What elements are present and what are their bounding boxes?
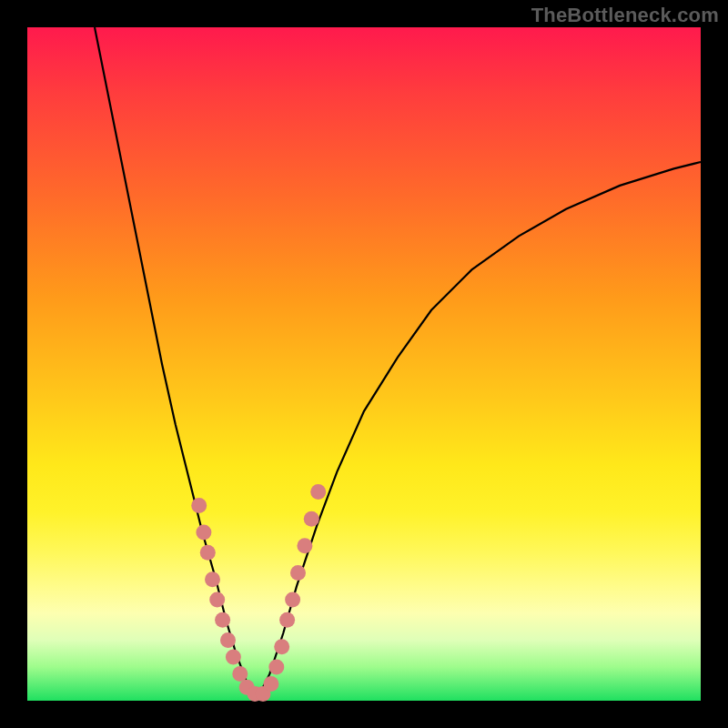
scatter-dot xyxy=(220,632,236,648)
scatter-dot xyxy=(279,612,295,628)
scatter-dot xyxy=(209,592,225,608)
scatter-dot xyxy=(268,660,284,675)
scatter-dot xyxy=(290,565,306,581)
watermark-text: TheBottleneck.com xyxy=(531,4,719,27)
curve-group xyxy=(95,27,701,701)
scatter-dot xyxy=(297,538,312,553)
scatter-dot xyxy=(263,676,278,692)
scatter-group xyxy=(191,484,326,702)
scatter-dot xyxy=(232,666,248,682)
scatter-dot xyxy=(205,571,220,587)
scatter-dot xyxy=(191,498,207,513)
scatter-dot xyxy=(274,639,289,654)
scatter-dot xyxy=(215,612,230,628)
scatter-dot xyxy=(285,592,300,608)
chart-frame: TheBottleneck.com xyxy=(0,0,728,728)
curve-right-branch xyxy=(257,162,701,701)
scatter-dot xyxy=(200,545,216,561)
scatter-dot xyxy=(226,649,241,664)
chart-overlay xyxy=(27,27,701,701)
curve-left-branch xyxy=(95,27,257,701)
scatter-dot xyxy=(196,525,211,541)
scatter-dot xyxy=(310,484,326,500)
scatter-dot xyxy=(304,511,319,527)
